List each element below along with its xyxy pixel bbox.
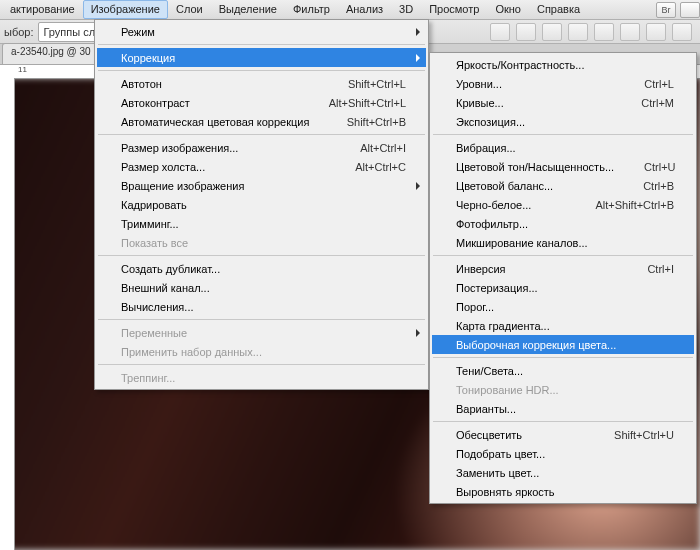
- menu-item-label: Вычисления...: [121, 301, 406, 313]
- image-menu-item[interactable]: Размер изображения...Alt+Ctrl+I: [97, 138, 426, 157]
- menu-item-shortcut: Alt+Ctrl+I: [360, 142, 406, 154]
- correction-menu-item[interactable]: Выровнять яркость: [432, 482, 694, 501]
- correction-menu-item[interactable]: Тени/Света...: [432, 361, 694, 380]
- menu-item-shortcut: Alt+Ctrl+C: [355, 161, 406, 173]
- menu-item-label: Карта градиента...: [456, 320, 674, 332]
- menu-image[interactable]: Изображение: [83, 0, 168, 19]
- image-menu-item: Показать все: [97, 233, 426, 252]
- menu-correction-dropdown: Яркость/Контрастность...Уровни...Ctrl+LК…: [429, 52, 697, 504]
- menu-item-shortcut: Shift+Ctrl+B: [347, 116, 406, 128]
- image-menu-item[interactable]: Тримминг...: [97, 214, 426, 233]
- correction-menu-item[interactable]: Цветовой тон/Насыщенность...Ctrl+U: [432, 157, 694, 176]
- correction-menu-item[interactable]: Постеризация...: [432, 278, 694, 297]
- menu-item-label: Вибрация...: [456, 142, 674, 154]
- menu-item-label: Создать дубликат...: [121, 263, 406, 275]
- correction-menu-item[interactable]: Яркость/Контрастность...: [432, 55, 694, 74]
- correction-menu-item[interactable]: Кривые...Ctrl+M: [432, 93, 694, 112]
- menu-item-shortcut: Ctrl+B: [643, 180, 674, 192]
- align-icon[interactable]: [594, 23, 614, 41]
- menubar: актирование Изображение Слои Выделение Ф…: [0, 0, 700, 20]
- ruler-vertical: [0, 78, 15, 550]
- menu-item-label: Режим: [121, 26, 406, 38]
- correction-menu-item[interactable]: Карта градиента...: [432, 316, 694, 335]
- correction-menu-item[interactable]: Микширование каналов...: [432, 233, 694, 252]
- image-menu-item[interactable]: Размер холста...Alt+Ctrl+C: [97, 157, 426, 176]
- correction-menu-item[interactable]: Уровни...Ctrl+L: [432, 74, 694, 93]
- menu-filter[interactable]: Фильтр: [285, 0, 338, 19]
- menu-item-label: Переменные: [121, 327, 406, 339]
- menu-item-shortcut: Ctrl+M: [641, 97, 674, 109]
- image-menu-item[interactable]: АвтотонShift+Ctrl+L: [97, 74, 426, 93]
- correction-menu-item[interactable]: Варианты...: [432, 399, 694, 418]
- correction-menu-item[interactable]: Заменить цвет...: [432, 463, 694, 482]
- toolbar-button[interactable]: [680, 2, 700, 18]
- menu-help[interactable]: Справка: [529, 0, 588, 19]
- options-label: ыбор:: [4, 26, 34, 38]
- correction-menu-item[interactable]: Порог...: [432, 297, 694, 316]
- image-menu-separator: [98, 70, 425, 71]
- align-icon[interactable]: [568, 23, 588, 41]
- menu-window[interactable]: Окно: [487, 0, 529, 19]
- correction-menu-separator: [433, 255, 693, 256]
- menu-item-label: Тонирование HDR...: [456, 384, 674, 396]
- correction-menu-item[interactable]: ОбесцветитьShift+Ctrl+U: [432, 425, 694, 444]
- menu-item-label: Внешний канал...: [121, 282, 406, 294]
- image-menu-item[interactable]: Внешний канал...: [97, 278, 426, 297]
- image-menu-item[interactable]: Автоматическая цветовая коррекцияShift+C…: [97, 112, 426, 131]
- correction-menu-item[interactable]: Выборочная коррекция цвета...: [432, 335, 694, 354]
- correction-menu-item[interactable]: Подобрать цвет...: [432, 444, 694, 463]
- menu-item-label: Показать все: [121, 237, 406, 249]
- menu-item-label: Тримминг...: [121, 218, 406, 230]
- correction-menu-item[interactable]: Цветовой баланс...Ctrl+B: [432, 176, 694, 195]
- image-menu-item[interactable]: Режим: [97, 22, 426, 41]
- menu-item-label: Кадрировать: [121, 199, 406, 211]
- image-menu-separator: [98, 44, 425, 45]
- align-icon[interactable]: [542, 23, 562, 41]
- correction-menu-item[interactable]: Вибрация...: [432, 138, 694, 157]
- menu-view[interactable]: Просмотр: [421, 0, 487, 19]
- image-menu-item[interactable]: Создать дубликат...: [97, 259, 426, 278]
- menu-item-shortcut: Ctrl+U: [644, 161, 675, 173]
- correction-menu-item[interactable]: Экспозиция...: [432, 112, 694, 131]
- align-icon[interactable]: [646, 23, 666, 41]
- image-menu-item[interactable]: Коррекция: [97, 48, 426, 67]
- bridge-button[interactable]: Br: [656, 2, 676, 18]
- menu-item-label: Цветовой тон/Насыщенность...: [456, 161, 644, 173]
- image-menu-separator: [98, 364, 425, 365]
- menu-item-label: Цветовой баланс...: [456, 180, 643, 192]
- menu-layers[interactable]: Слои: [168, 0, 211, 19]
- menu-item-label: Экспозиция...: [456, 116, 674, 128]
- align-icon[interactable]: [490, 23, 510, 41]
- menu-item-label: Автоконтраст: [121, 97, 329, 109]
- menu-analysis[interactable]: Анализ: [338, 0, 391, 19]
- menu-edit[interactable]: актирование: [2, 0, 83, 19]
- menu-item-label: Заменить цвет...: [456, 467, 674, 479]
- menu-item-label: Размер холста...: [121, 161, 355, 173]
- image-menu-item[interactable]: Вычисления...: [97, 297, 426, 316]
- menu-item-shortcut: Ctrl+L: [644, 78, 674, 90]
- menu-item-label: Применить набор данных...: [121, 346, 406, 358]
- correction-menu-item[interactable]: ИнверсияCtrl+I: [432, 259, 694, 278]
- document-tab[interactable]: a-23540.jpg @ 30: [2, 43, 100, 64]
- image-menu-item[interactable]: Кадрировать: [97, 195, 426, 214]
- align-icon[interactable]: [620, 23, 640, 41]
- menu-3d[interactable]: 3D: [391, 0, 421, 19]
- menu-item-label: Треппинг...: [121, 372, 406, 384]
- menu-item-label: Кривые...: [456, 97, 641, 109]
- menu-item-label: Вращение изображения: [121, 180, 406, 192]
- menu-image-dropdown: РежимКоррекцияАвтотонShift+Ctrl+LАвтокон…: [94, 19, 429, 390]
- align-icon[interactable]: [516, 23, 536, 41]
- menu-item-label: Уровни...: [456, 78, 644, 90]
- menu-select[interactable]: Выделение: [211, 0, 285, 19]
- menu-item-shortcut: Shift+Ctrl+U: [614, 429, 674, 441]
- image-menu-separator: [98, 319, 425, 320]
- menu-item-label: Микширование каналов...: [456, 237, 674, 249]
- correction-menu-item[interactable]: Черно-белое...Alt+Shift+Ctrl+B: [432, 195, 694, 214]
- image-menu-item[interactable]: АвтоконтрастAlt+Shift+Ctrl+L: [97, 93, 426, 112]
- menu-item-label: Коррекция: [121, 52, 406, 64]
- image-menu-item: Переменные: [97, 323, 426, 342]
- align-icon[interactable]: [672, 23, 692, 41]
- image-menu-item: Треппинг...: [97, 368, 426, 387]
- correction-menu-item[interactable]: Фотофильтр...: [432, 214, 694, 233]
- image-menu-item[interactable]: Вращение изображения: [97, 176, 426, 195]
